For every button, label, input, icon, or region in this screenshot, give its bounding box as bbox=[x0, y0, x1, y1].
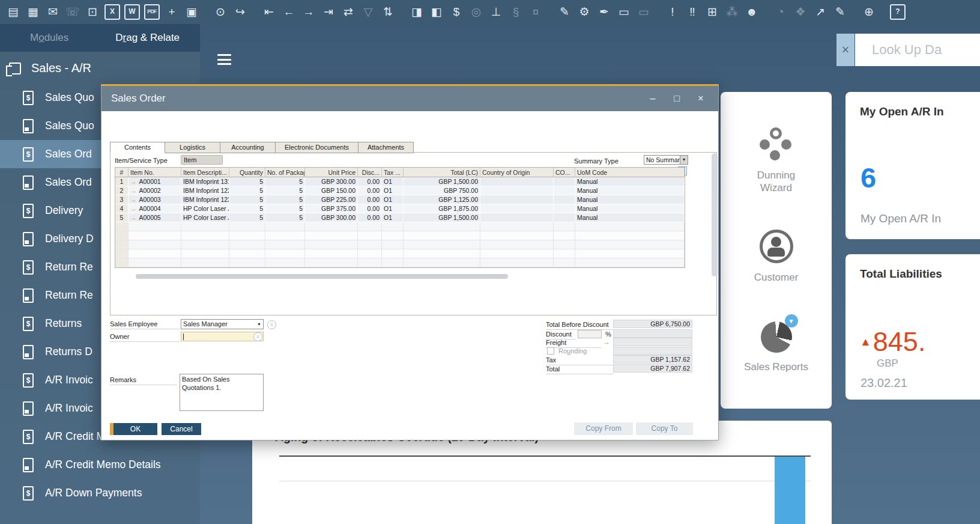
tab-accounting[interactable]: Accounting bbox=[220, 142, 276, 153]
grid-cell[interactable]: IBM Infoprint 131 bbox=[181, 177, 229, 186]
grid-cell[interactable]: GBP 375.00 bbox=[305, 204, 358, 213]
grid-cell[interactable] bbox=[480, 222, 554, 231]
grid-cell[interactable] bbox=[181, 240, 229, 249]
refresh-record-icon[interactable]: ⇄ bbox=[340, 4, 356, 20]
grid-cell[interactable]: 5 bbox=[265, 213, 305, 222]
grid-cell[interactable]: Manual bbox=[575, 195, 685, 204]
grid-cell[interactable] bbox=[554, 258, 575, 267]
grid-cell[interactable] bbox=[129, 240, 181, 249]
lookup-close-icon[interactable]: × bbox=[836, 34, 854, 66]
edit-document-icon[interactable]: ✎ bbox=[832, 4, 848, 20]
grid-cell[interactable] bbox=[554, 195, 575, 204]
print-icon[interactable]: ▦ bbox=[25, 4, 41, 20]
grid-cell[interactable] bbox=[554, 186, 575, 195]
window-titlebar[interactable]: Sales Order – □ × bbox=[101, 86, 718, 111]
item-service-type-select[interactable]: Item bbox=[181, 155, 223, 165]
grid-cell[interactable] bbox=[554, 177, 575, 186]
row-number-cell[interactable]: 2 bbox=[115, 186, 129, 195]
grid-cell[interactable] bbox=[129, 231, 181, 240]
first-record-icon[interactable]: ⇤ bbox=[261, 4, 277, 20]
grid-cell[interactable] bbox=[129, 222, 181, 231]
grid-cell[interactable]: HP Color Laser Je bbox=[181, 204, 229, 213]
grid-cell[interactable]: 0.00 bbox=[358, 213, 382, 222]
tab-contents[interactable]: Contents bbox=[110, 142, 165, 153]
document-payment-icon[interactable]: $ bbox=[449, 4, 464, 20]
grid-cell[interactable] bbox=[265, 249, 305, 258]
grid-cell[interactable] bbox=[305, 231, 358, 240]
row-number-cell[interactable]: 3 bbox=[115, 195, 129, 204]
grid-cell[interactable]: GBP 1,125.00 bbox=[404, 195, 480, 204]
grid-cell[interactable] bbox=[265, 222, 305, 231]
owner-input[interactable] bbox=[181, 332, 264, 341]
grid-cell[interactable] bbox=[480, 177, 554, 186]
grid-cell[interactable] bbox=[575, 249, 685, 258]
grid-cell[interactable] bbox=[382, 249, 404, 258]
grid-cell[interactable]: 0.00 bbox=[358, 186, 382, 195]
total-liabilities-card[interactable]: Total Liabilities ▲ 845. GBP 23.02.21 bbox=[845, 254, 980, 400]
export-word-icon[interactable]: W bbox=[124, 4, 140, 20]
link-arrow-icon[interactable]: → bbox=[130, 214, 137, 221]
form-settings-icon[interactable]: ⚙ bbox=[576, 4, 592, 20]
grid-cell[interactable] bbox=[404, 231, 480, 240]
grid-cell[interactable] bbox=[480, 231, 554, 240]
grid-cell[interactable] bbox=[358, 240, 382, 249]
column-header-disc-[interactable]: Disc... bbox=[358, 168, 382, 177]
grid-cell[interactable]: 5 bbox=[265, 195, 305, 204]
link-arrow-icon[interactable]: → bbox=[130, 196, 137, 203]
sales-employee-select[interactable]: Sales Manager ▼ bbox=[181, 319, 264, 329]
grid-cell[interactable] bbox=[554, 240, 575, 249]
sort-icon[interactable]: ⇅ bbox=[380, 4, 396, 20]
table-empty-row[interactable] bbox=[115, 240, 685, 249]
approval-alert-icon[interactable]: ‼ bbox=[685, 4, 700, 20]
export-file-icon[interactable]: ◧ bbox=[429, 4, 444, 20]
rounding-checkbox[interactable] bbox=[547, 347, 554, 355]
grid-cell[interactable]: →A00001 bbox=[129, 177, 181, 186]
alerts-icon[interactable]: ! bbox=[665, 4, 680, 20]
grid-cell[interactable]: O1 bbox=[382, 204, 404, 213]
grid-cell[interactable]: GBP 225.00 bbox=[305, 195, 358, 204]
grid-cell[interactable] bbox=[575, 222, 685, 231]
grid-cell[interactable] bbox=[480, 249, 554, 258]
tab-modules[interactable]: Modules bbox=[30, 32, 68, 44]
preview-search-icon[interactable]: ▤ bbox=[5, 4, 21, 20]
grid-cell[interactable] bbox=[554, 204, 575, 213]
page-vertical-scrollbar[interactable] bbox=[712, 153, 718, 276]
grid-cell[interactable]: 5 bbox=[229, 186, 265, 195]
grid-cell[interactable] bbox=[575, 258, 685, 267]
table-row[interactable]: 5→A00005HP Color Laser Je55GBP 300.000.0… bbox=[115, 213, 685, 222]
row-number-cell[interactable] bbox=[115, 249, 129, 258]
grid-cell[interactable]: O1 bbox=[382, 177, 404, 186]
document-settings-icon[interactable]: ✒ bbox=[596, 4, 612, 20]
grid-cell[interactable]: O1 bbox=[382, 186, 404, 195]
grid-cell[interactable]: →A00003 bbox=[129, 195, 181, 204]
lock-screen-icon[interactable]: ▣ bbox=[184, 4, 199, 20]
grid-cell[interactable]: Manual bbox=[575, 204, 685, 213]
grid-cell[interactable]: →A00002 bbox=[129, 186, 181, 195]
calculator-icon[interactable]: ⊞ bbox=[704, 4, 720, 20]
grid-cell[interactable] bbox=[181, 249, 229, 258]
column-header-country-of-origin[interactable]: Country of Origin bbox=[480, 168, 554, 177]
help-icon[interactable]: ? bbox=[890, 4, 906, 20]
find-icon[interactable]: ⊙ bbox=[213, 4, 228, 20]
column-header-quantity[interactable]: Quantity bbox=[229, 168, 265, 177]
grid-cell[interactable] bbox=[129, 249, 181, 258]
widget-dunning-wizard[interactable]: Dunning Wizard bbox=[740, 127, 812, 195]
grid-cell[interactable]: GBP 300.00 bbox=[305, 177, 358, 186]
grid-cell[interactable] bbox=[305, 258, 358, 267]
grid-cell[interactable] bbox=[358, 231, 382, 240]
column-header-total-lc-[interactable]: Total (LC) bbox=[404, 168, 480, 177]
grid-cell[interactable] bbox=[575, 231, 685, 240]
grid-cell[interactable] bbox=[181, 222, 229, 231]
row-number-cell[interactable] bbox=[115, 258, 129, 267]
sidebar-item-a-r-credit-memo-details[interactable]: A/R Credit Memo Details bbox=[0, 451, 200, 479]
edit-icon[interactable]: ✎ bbox=[557, 4, 572, 20]
last-record-icon[interactable]: ⇥ bbox=[321, 4, 336, 20]
grid-cell[interactable] bbox=[181, 258, 229, 267]
link-arrow-icon[interactable]: → bbox=[130, 178, 137, 185]
grid-cell[interactable] bbox=[305, 249, 358, 258]
column-header--[interactable]: # bbox=[115, 168, 129, 177]
previous-record-icon[interactable]: ← bbox=[281, 4, 297, 20]
close-icon[interactable]: × bbox=[693, 93, 709, 104]
chevron-down-icon[interactable]: ▼ bbox=[255, 320, 263, 329]
grid-cell[interactable]: 5 bbox=[229, 204, 265, 213]
